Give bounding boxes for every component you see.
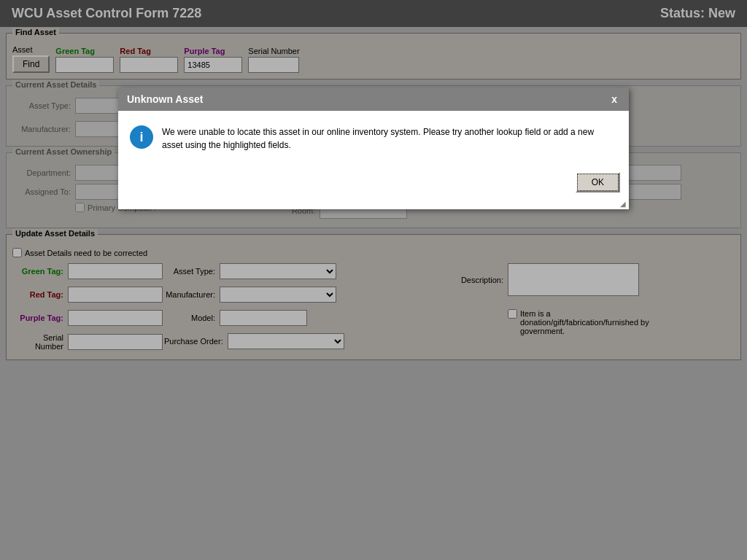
unknown-asset-modal: Unknown Asset x i We were unable to loca… [118,88,629,209]
modal-footer: OK [118,166,629,198]
modal-close-button[interactable]: x [608,93,620,105]
modal-ok-button[interactable]: OK [576,172,620,192]
modal-header: Unknown Asset x [118,88,629,111]
modal-info-icon: i [130,125,153,149]
modal-title: Unknown Asset [127,93,204,105]
modal-message: We were unable to locate this asset in o… [162,125,617,152]
modal-overlay: Unknown Asset x i We were unable to loca… [0,0,747,560]
modal-resize-handle[interactable]: ◢ [118,198,629,209]
modal-body: i We were unable to locate this asset in… [118,111,629,166]
